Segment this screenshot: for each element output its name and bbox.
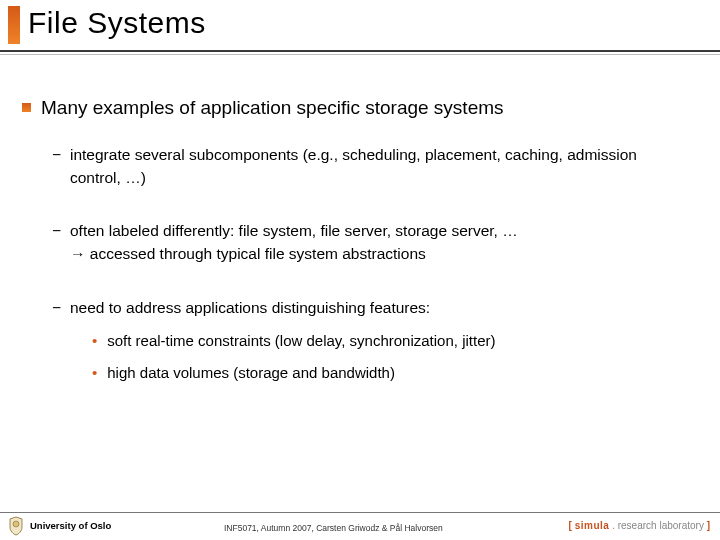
dot-bullet-icon: • [92,329,97,353]
sub-bullet-body: need to address applications distinguish… [70,296,692,393]
slide: File Systems Many examples of applicatio… [0,0,720,540]
bullet-text: Many examples of application specific st… [41,96,504,121]
bullet-level2-list: − integrate several subcomponents (e.g.,… [52,143,692,393]
sub-bullet-text: need to address applications distinguish… [70,296,692,319]
title-area: File Systems [0,0,720,40]
feature-text: high data volumes (storage and bandwidth… [107,361,395,385]
sub-bullet-integrate: − integrate several subcomponents (e.g.,… [52,143,692,190]
content-area: Many examples of application specific st… [22,96,692,423]
footer: University of Oslo INF5071, Autumn 2007,… [0,512,720,540]
sub-bullet-line1: often labeled differently: file system, … [70,219,692,242]
sub-bullet-text: integrate several subcomponents (e.g., s… [70,143,692,190]
svg-point-0 [13,521,19,527]
sub-bullet-features: − need to address applications distingui… [52,296,692,393]
dash-icon: − [52,219,66,242]
dash-icon: − [52,143,66,166]
sub-bullet-body: often labeled differently: file system, … [70,219,692,266]
feature-realtime: • soft real-time constraints (low delay,… [92,329,692,353]
bracket-close: ] [707,520,710,531]
course-info: INF5071, Autumn 2007, Carsten Griwodz & … [224,523,443,533]
feature-datavolume: • high data volumes (storage and bandwid… [92,361,692,385]
feature-text: soft real-time constraints (low delay, s… [107,329,495,353]
square-bullet-icon [22,103,31,112]
slide-title: File Systems [28,6,720,40]
university-crest-icon [8,516,24,536]
dash-icon: − [52,296,66,319]
university-name: University of Oslo [30,520,111,531]
sub-bullet-line2: → accessed through typical file system a… [70,242,692,265]
lab-label: [ simula . research laboratory ] [569,520,710,531]
title-accent-bar [8,6,20,44]
title-rule-thick [0,50,720,52]
lab-rest: . research laboratory [609,520,706,531]
sub-bullet-labeled: − often labeled differently: file system… [52,219,692,266]
lab-name: simula [575,520,610,531]
title-rule-thin [0,54,720,55]
bullet-level3-list: • soft real-time constraints (low delay,… [92,329,692,385]
dot-bullet-icon: • [92,361,97,385]
footer-inner: University of Oslo INF5071, Autumn 2007,… [0,513,720,540]
bullet-level1: Many examples of application specific st… [22,96,692,121]
